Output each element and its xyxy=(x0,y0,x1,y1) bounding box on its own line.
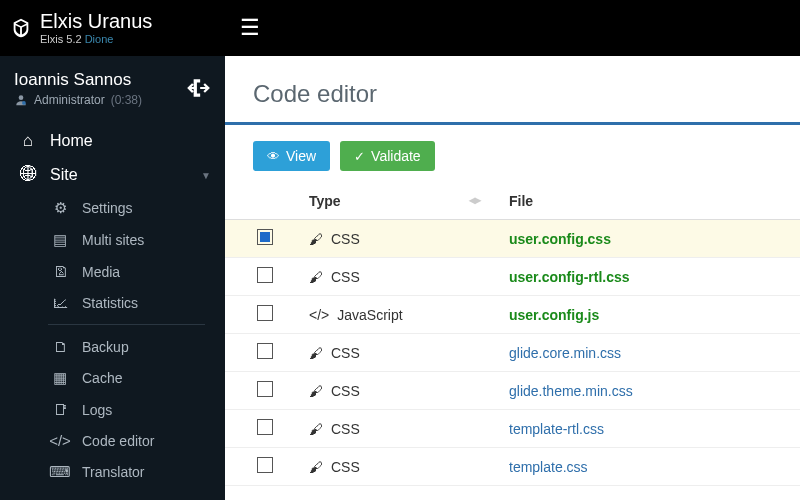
svg-point-1 xyxy=(22,101,26,105)
table-row: 🖌︎CSSglide.core.min.css xyxy=(225,334,800,372)
chart-icon: 📈︎ xyxy=(50,294,70,311)
image-icon: 🖻︎ xyxy=(50,263,70,280)
main-content: Code editor 👁︎View ✓Validate Type◂▸ File… xyxy=(225,56,800,500)
file-table: Type◂▸ File 🖌︎CSSuser.config.css🖌︎CSSuse… xyxy=(225,183,800,486)
row-checkbox[interactable] xyxy=(257,419,273,435)
code-icon: </> xyxy=(50,432,70,449)
sort-icon[interactable]: ◂▸ xyxy=(469,193,481,207)
menu-toggle-icon[interactable]: ☰ xyxy=(225,15,275,41)
log-icon: 📑︎ xyxy=(50,401,70,418)
globe-icon: 🌐︎ xyxy=(18,165,38,185)
user-name: Ioannis Sannos xyxy=(14,70,142,90)
version-link[interactable]: Dione xyxy=(85,33,114,45)
table-row: 🖌︎CSStemplate.css xyxy=(225,448,800,486)
logo-area: Elxis Uranus Elxis 5.2 Dione xyxy=(0,11,225,45)
view-button[interactable]: 👁︎View xyxy=(253,141,330,171)
logout-icon[interactable] xyxy=(185,75,211,101)
nav-home[interactable]: ⌂Home xyxy=(0,124,225,158)
page-title: Code editor xyxy=(225,56,800,125)
nav-codeeditor[interactable]: </>Code editor xyxy=(0,425,225,456)
row-checkbox[interactable] xyxy=(257,305,273,321)
type-cell: 🖌︎CSS xyxy=(309,269,481,285)
row-checkbox[interactable] xyxy=(257,267,273,283)
user-icon xyxy=(14,93,28,107)
nav-settings[interactable]: ⚙Settings xyxy=(0,192,225,224)
check-icon: ✓ xyxy=(354,149,365,164)
brush-icon: 🖌︎ xyxy=(309,459,323,475)
nav-cache[interactable]: ▦Cache xyxy=(0,362,225,394)
code-icon: </> xyxy=(309,307,329,323)
type-cell: 🖌︎CSS xyxy=(309,231,481,247)
file-icon: 🗋︎ xyxy=(50,338,70,355)
type-cell: </>JavaScript xyxy=(309,307,481,323)
table-row: 🖌︎CSSuser.config-rtl.css xyxy=(225,258,800,296)
type-cell: 🖌︎CSS xyxy=(309,421,481,437)
brush-icon: 🖌︎ xyxy=(309,231,323,247)
nav-translator[interactable]: ⌨Translator xyxy=(0,456,225,488)
row-checkbox[interactable] xyxy=(257,457,273,473)
nav-site[interactable]: 🌐︎Site▼ xyxy=(0,158,225,192)
nav-multisites[interactable]: ▤Multi sites xyxy=(0,224,225,256)
type-cell: 🖌︎CSS xyxy=(309,383,481,399)
col-checkbox xyxy=(225,183,295,220)
validate-button[interactable]: ✓Validate xyxy=(340,141,435,171)
row-checkbox[interactable] xyxy=(257,343,273,359)
type-cell: 🖌︎CSS xyxy=(309,459,481,475)
sidebar: Ioannis Sannos Administrator (0:38) ⌂Hom… xyxy=(0,56,225,500)
table-row: 🖌︎CSSuser.config.css xyxy=(225,220,800,258)
gear-icon: ⚙ xyxy=(50,199,70,217)
file-link[interactable]: template.css xyxy=(509,459,588,475)
svg-point-0 xyxy=(19,95,24,100)
toolbar: 👁︎View ✓Validate xyxy=(225,125,800,183)
file-link[interactable]: user.config.css xyxy=(509,231,611,247)
nav-media[interactable]: 🖻︎Media xyxy=(0,256,225,287)
nav-menu: ⌂Home 🌐︎Site▼ ⚙Settings ▤Multi sites 🖻︎M… xyxy=(0,120,225,492)
type-cell: 🖌︎CSS xyxy=(309,345,481,361)
translate-icon: ⌨ xyxy=(50,463,70,481)
col-file[interactable]: File xyxy=(495,183,800,220)
brush-icon: 🖌︎ xyxy=(309,421,323,437)
brand-subtitle: Elxis 5.2 Dione xyxy=(40,33,152,45)
eye-icon: 👁︎ xyxy=(267,149,280,164)
user-role: Administrator (0:38) xyxy=(14,93,142,107)
file-link[interactable]: user.config-rtl.css xyxy=(509,269,630,285)
file-link[interactable]: glide.theme.min.css xyxy=(509,383,633,399)
sites-icon: ▤ xyxy=(50,231,70,249)
brush-icon: 🖌︎ xyxy=(309,269,323,285)
row-checkbox[interactable] xyxy=(257,229,273,245)
file-link[interactable]: glide.core.min.css xyxy=(509,345,621,361)
brush-icon: 🖌︎ xyxy=(309,345,323,361)
file-link[interactable]: user.config.js xyxy=(509,307,599,323)
table-row: 🖌︎CSSglide.theme.min.css xyxy=(225,372,800,410)
memory-icon: ▦ xyxy=(50,369,70,387)
brand-title: Elxis Uranus xyxy=(40,11,152,31)
table-row: 🖌︎CSStemplate-rtl.css xyxy=(225,410,800,448)
logo-icon xyxy=(10,17,32,39)
topbar: Elxis Uranus Elxis 5.2 Dione ☰ xyxy=(0,0,800,56)
table-row: </>JavaScriptuser.config.js xyxy=(225,296,800,334)
file-link[interactable]: template-rtl.css xyxy=(509,421,604,437)
chevron-down-icon: ▼ xyxy=(201,170,211,181)
brush-icon: 🖌︎ xyxy=(309,383,323,399)
nav-backup[interactable]: 🗋︎Backup xyxy=(0,331,225,362)
user-bar: Ioannis Sannos Administrator (0:38) xyxy=(0,56,225,120)
home-icon: ⌂ xyxy=(18,131,38,151)
col-type[interactable]: Type◂▸ xyxy=(295,183,495,220)
nav-logs[interactable]: 📑︎Logs xyxy=(0,394,225,425)
row-checkbox[interactable] xyxy=(257,381,273,397)
nav-statistics[interactable]: 📈︎Statistics xyxy=(0,287,225,318)
